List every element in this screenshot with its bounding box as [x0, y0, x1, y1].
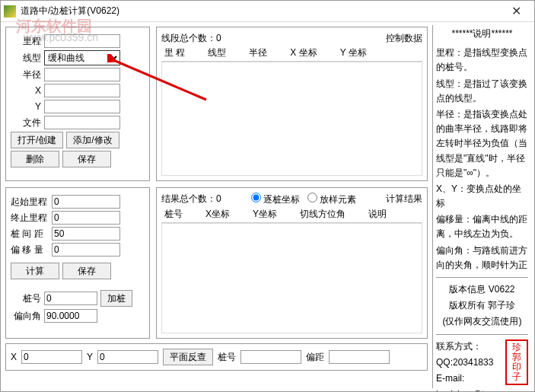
- help-p3: 半径：是指该变换点处的曲率半径，线路即将左转时半径为负值（当线型是"直线"时，半…: [436, 107, 528, 180]
- rcol-2: Y坐标: [253, 208, 277, 221]
- col-x: X 坐标: [290, 46, 317, 59]
- radio-zhuzhuang[interactable]: 逐桩坐标: [251, 193, 300, 206]
- label-zhuangjianju: 桩 间 距: [11, 228, 49, 241]
- col-xianxing: 线型: [208, 46, 226, 59]
- bottom-bar: X Y 平面反查 桩号 偏距: [5, 343, 428, 371]
- input-pianyi[interactable]: [52, 243, 120, 257]
- label-by: Y: [87, 352, 93, 362]
- input-bzhuanghao[interactable]: [240, 350, 301, 364]
- col-y: Y 坐标: [340, 46, 367, 59]
- label-bpianju: 偏距: [306, 351, 324, 364]
- save-button-2[interactable]: 保存: [62, 263, 111, 279]
- segment-count-label: 线段总个数：: [161, 33, 216, 43]
- input-bx[interactable]: [21, 350, 82, 364]
- side-panel: ******说明****** 里程：是指线型变换点的桩号。 线型：是指过了该变换…: [432, 25, 531, 388]
- label-end-licheng: 终止里程: [11, 212, 49, 225]
- label-x: X: [11, 85, 41, 96]
- input-end-licheng[interactable]: [52, 211, 120, 225]
- side-title: ******说明******: [436, 27, 528, 41]
- label-pianxiangjiao: 偏向角: [11, 310, 41, 323]
- input-bpianju[interactable]: [329, 350, 390, 364]
- contact-email: hnzizhen@tom.com: [436, 387, 528, 392]
- rcol-4: 说明: [368, 208, 387, 221]
- input-pianxiangjiao[interactable]: [44, 309, 97, 323]
- calc-button[interactable]: 计算: [11, 263, 59, 279]
- radio-fangyang[interactable]: 放样元素: [307, 193, 356, 206]
- input-zhuanghao[interactable]: [44, 292, 97, 305]
- input-by[interactable]: [97, 350, 158, 364]
- save-button-1[interactable]: 保存: [62, 151, 111, 167]
- label-bzhuanghao: 桩号: [218, 351, 236, 364]
- add-modify-button[interactable]: 添加/修改: [66, 132, 119, 148]
- input-x[interactable]: [44, 84, 120, 97]
- help-p4: X、Y：变换点处的坐标: [436, 182, 528, 211]
- label-bx: X: [11, 352, 17, 362]
- license-note: (仅作网友交流使用): [436, 314, 528, 329]
- segment-count: 0: [216, 33, 221, 43]
- jiazhuang-button[interactable]: 加桩: [100, 290, 132, 307]
- copyright: 版权所有 郭子珍: [436, 298, 528, 313]
- close-button[interactable]: ✕: [501, 2, 531, 21]
- input-group: 里程 线型缓和曲线 半径 X Y 文件 打开/创建添加/修改 删除保存: [5, 27, 150, 181]
- select-xianxing[interactable]: 缓和曲线: [44, 50, 120, 65]
- control-data-label: 控制数据: [386, 32, 422, 45]
- app-icon: [4, 5, 16, 18]
- input-y[interactable]: [44, 100, 120, 113]
- stamp-icon: 珍郭印子: [505, 339, 528, 386]
- label-y: Y: [11, 101, 41, 112]
- version-info: 版本信息 V0622: [436, 282, 528, 297]
- result-list-header: 桩号 X坐标 Y坐标 切线方位角 说明: [161, 206, 422, 223]
- result-count: 0: [216, 193, 221, 204]
- input-zhuangjianju[interactable]: [52, 227, 120, 241]
- label-licheng: 里程: [11, 35, 41, 48]
- label-wenjian: 文件: [11, 116, 41, 129]
- result-group: 结果总个数：0 逐桩坐标 放样元素 计算结果 桩号 X坐标 Y坐标 切线方位角 …: [156, 187, 428, 339]
- rcol-1: X坐标: [205, 208, 230, 221]
- rcol-0: 桩号: [164, 208, 183, 221]
- label-xianxing: 线型: [11, 52, 41, 65]
- rcol-3: 切线方位角: [300, 208, 346, 221]
- result-list-body[interactable]: [161, 223, 422, 333]
- input-wenjian[interactable]: [44, 116, 120, 129]
- col-licheng: 里 程: [164, 46, 185, 59]
- help-p2: 线型：是指过了该变换点的线型。: [436, 77, 528, 106]
- input-banjing[interactable]: [44, 68, 120, 81]
- result-label: 计算结果: [386, 193, 422, 206]
- col-banjing: 半径: [249, 46, 267, 59]
- label-zhuanghao: 桩号: [11, 292, 41, 305]
- help-p1: 里程：是指线型变换点的桩号。: [436, 46, 528, 75]
- result-count-label: 结果总个数：: [161, 193, 216, 204]
- titlebar: 道路中/边桩计算(V0622) ✕: [1, 1, 534, 22]
- pingmian-button[interactable]: 平面反查: [163, 349, 213, 365]
- segment-list-header: 里 程 线型 半径 X 坐标 Y 坐标: [161, 45, 422, 62]
- label-start-licheng: 起始里程: [11, 196, 49, 209]
- open-create-button[interactable]: 打开/创建: [11, 132, 63, 148]
- main-panel: 里程 线型缓和曲线 半径 X Y 文件 打开/创建添加/修改 删除保存 线段总个…: [1, 22, 432, 391]
- label-pianyi: 偏 移 量: [11, 244, 49, 257]
- label-banjing: 半径: [11, 69, 41, 81]
- segment-list-body[interactable]: [161, 62, 422, 176]
- help-p5: 偏移量：偏离中线的距离，中线左边为负。: [436, 212, 528, 241]
- window-title: 道路中/边桩计算(V0622): [21, 5, 501, 18]
- help-p6: 偏向角：与路线前进方向的夹角，顺时针为正: [436, 244, 528, 272]
- delete-button[interactable]: 删除: [11, 151, 59, 167]
- segment-list-group: 线段总个数：0 控制数据 里 程 线型 半径 X 坐标 Y 坐标: [156, 27, 428, 181]
- input-start-licheng[interactable]: [52, 195, 120, 209]
- input-licheng[interactable]: [44, 34, 120, 48]
- calc-input-group: 起始里程 终止里程 桩 间 距 偏 移 量 计算保存 桩号加桩 偏向角: [5, 187, 150, 339]
